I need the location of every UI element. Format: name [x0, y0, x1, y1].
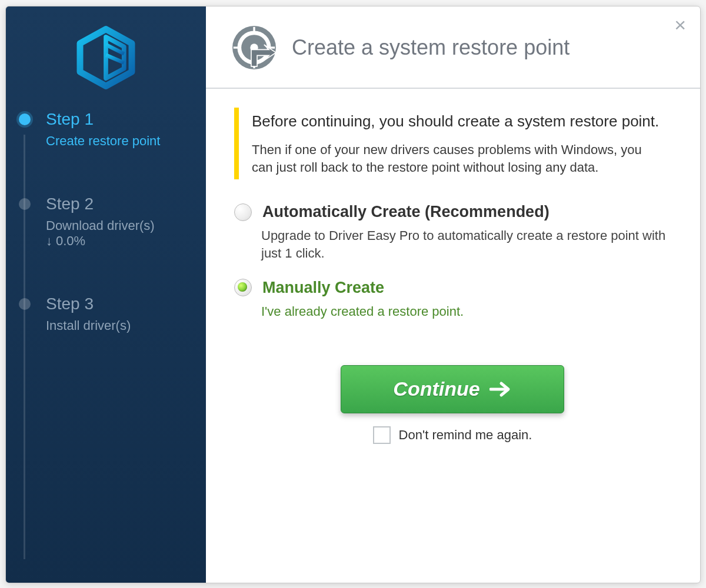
- info-callout: Before continuing, you should create a s…: [234, 108, 671, 179]
- option-auto-create[interactable]: Automatically Create (Recommended) Upgra…: [234, 199, 671, 275]
- radio-unchecked-icon[interactable]: [234, 203, 252, 221]
- checkbox-icon[interactable]: [373, 426, 391, 444]
- step-subtitle: Create restore point: [46, 133, 192, 149]
- download-arrow-icon: ↓: [46, 233, 52, 249]
- step-title: Step 2: [46, 195, 192, 213]
- callout-sub: Then if one of your new drivers causes p…: [252, 141, 665, 176]
- option-description: I've already created a restore point.: [261, 303, 671, 320]
- dialog-window: Step 1 Create restore point Step 2 Downl…: [5, 6, 701, 583]
- step-subtitle: Install driver(s): [46, 318, 192, 333]
- step-list: Step 1 Create restore point Step 2 Downl…: [6, 110, 206, 379]
- step-3: Step 3 Install driver(s): [24, 295, 206, 379]
- radio-checked-icon[interactable]: [234, 279, 252, 296]
- step-dot-icon: [19, 113, 31, 125]
- download-percent: 0.0%: [56, 233, 85, 249]
- content-body: Before continuing, you should create a s…: [206, 89, 700, 450]
- step-dot-icon: [19, 198, 31, 210]
- step-1: Step 1 Create restore point: [24, 110, 206, 195]
- svg-rect-9: [234, 46, 239, 48]
- step-title: Step 1: [46, 110, 192, 129]
- app-logo: [6, 12, 206, 110]
- download-progress: ↓ 0.0%: [46, 233, 192, 249]
- option-row[interactable]: Automatically Create (Recommended): [234, 203, 671, 221]
- option-manual-create[interactable]: Manually Create I've already created a r…: [234, 275, 671, 333]
- page-title: Create a system restore point: [292, 35, 570, 60]
- step-2: Step 2 Download driver(s) ↓ 0.0%: [24, 195, 206, 295]
- svg-line-2: [106, 55, 124, 63]
- option-row[interactable]: Manually Create: [234, 279, 671, 297]
- step-title: Step 3: [46, 295, 192, 313]
- continue-button[interactable]: Continue: [341, 365, 564, 413]
- arrow-right-icon: [489, 381, 512, 397]
- option-description: Upgrade to Driver Easy Pro to automatica…: [261, 227, 671, 262]
- close-icon: ×: [674, 14, 686, 36]
- callout-lead: Before continuing, you should create a s…: [252, 111, 665, 132]
- option-title: Manually Create: [262, 279, 384, 297]
- content-header: Create a system restore point: [206, 6, 700, 89]
- dont-remind-checkbox[interactable]: Don't remind me again.: [373, 426, 532, 444]
- dont-remind-label: Don't remind me again.: [399, 427, 532, 443]
- restore-point-icon: [229, 23, 279, 72]
- continue-label: Continue: [393, 377, 479, 400]
- close-button[interactable]: ×: [670, 12, 691, 37]
- option-title: Automatically Create (Recommended): [262, 203, 550, 221]
- content-pane: × Create a system restore point Before c…: [206, 6, 700, 583]
- action-row: Continue Don't remind me again.: [234, 365, 671, 444]
- step-dot-icon: [19, 298, 31, 310]
- svg-rect-7: [253, 27, 255, 33]
- step-subtitle: Download driver(s): [46, 218, 192, 233]
- sidebar: Step 1 Create restore point Step 2 Downl…: [6, 6, 206, 583]
- active-step-pointer-icon: [206, 150, 218, 171]
- hexagon-logo-icon: [74, 25, 138, 90]
